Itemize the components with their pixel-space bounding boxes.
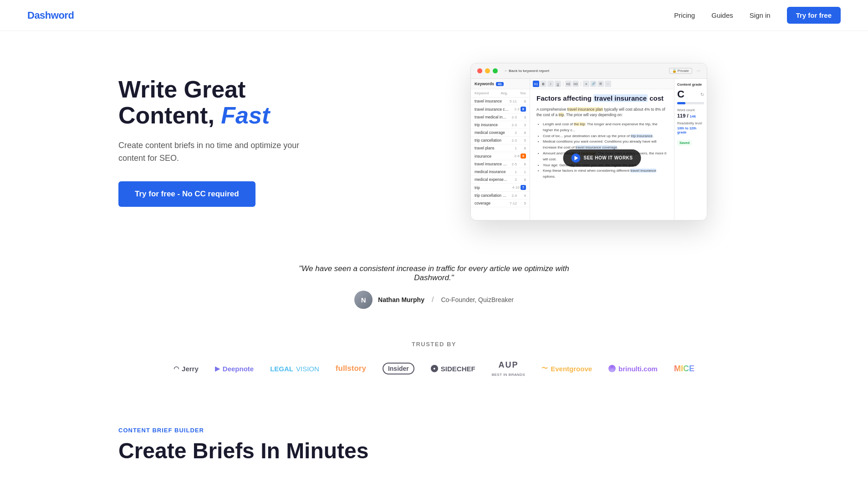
nav-link-guides[interactable]: Guides <box>711 11 733 19</box>
dot-red <box>477 68 482 73</box>
readability-value: 10th to 12th grade <box>677 126 704 134</box>
grade-panel: Content grade C ↻ Word count 119 / 146 <box>674 79 707 220</box>
list-item: travel insurance coverage1-28 <box>471 105 530 113</box>
hero-title: Write Great Content, Fast <box>118 77 319 128</box>
grade-bar-fill <box>677 102 685 104</box>
list-item: medical expense coverage28 <box>471 176 530 184</box>
readability-section: Readability level 10th to 12th grade <box>677 121 704 134</box>
kw-cols: Keyword Avg. You <box>471 89 530 97</box>
logo-eventgroove: 〜 Eventgroove <box>541 364 592 373</box>
logo[interactable]: Dashword <box>27 10 74 21</box>
list-item: travel insurance5-118 <box>471 97 530 105</box>
list-item: medical coverage28 <box>471 129 530 137</box>
hero-subtitle: Create content briefs in no time and opt… <box>118 139 319 165</box>
article-title-area: Factors affecting travel insurance cost … <box>530 89 674 183</box>
saved-badge: Saved <box>677 140 692 146</box>
logo-aup: AUP BEST IN BRANDS <box>492 360 526 377</box>
word-count-section: Word count 119 / 146 <box>677 108 704 118</box>
word-count-value: 119 / 146 <box>677 113 704 118</box>
list-item: trip cancellation2-35 <box>471 137 530 144</box>
kw-header-label: Keywords <box>475 82 494 86</box>
readability-label: Readability level <box>677 121 704 125</box>
grade-label: Content grade <box>677 82 704 87</box>
logo-jerry: ◠ Jerry <box>174 365 199 373</box>
more-icon[interactable]: ··· <box>697 68 700 73</box>
hero-right: ← Back to keyword report 🔒 Private ··· K… <box>319 63 841 220</box>
nav-try-button[interactable]: Try for free <box>787 7 841 24</box>
trusted-logos: ◠ Jerry ▶ Deepnote LEGALVISION fullstory… <box>27 360 841 377</box>
editor-toolbar: H1 B I U H2 H3 ≡ 🔗 ⊞ ··· <box>530 79 674 89</box>
list-item: travel plans18 <box>471 144 530 152</box>
section-eyebrow: CONTENT BRIEF BUILDER <box>118 427 750 434</box>
trusted-label: TRUSTED BY <box>27 341 841 348</box>
list-item: medical insurance11 <box>471 168 530 176</box>
word-count-label: Word count <box>677 108 704 112</box>
logo-deepnote: ▶ Deepnote <box>215 365 254 373</box>
toolbar-h3[interactable]: H3 <box>572 81 579 87</box>
mockup-titlebar: ← Back to keyword report 🔒 Private ··· <box>471 63 707 79</box>
hero-cta-button[interactable]: Try for free - No CC required <box>118 181 255 207</box>
logo-sidechef: ● SIDECHEF <box>431 365 475 373</box>
author-name: Nathan Murphy <box>378 296 424 303</box>
logo-insider: Insider <box>383 363 414 374</box>
toolbar-h1[interactable]: H1 <box>533 81 539 87</box>
private-badge: 🔒 Private <box>669 68 692 74</box>
toolbar-more[interactable]: ··· <box>605 81 611 87</box>
kw-count-badge: 41 <box>496 82 504 86</box>
logo-mice: MICE <box>674 364 694 374</box>
toolbar-image[interactable]: ⊞ <box>597 81 604 87</box>
editor-area: H1 B I U H2 H3 ≡ 🔗 ⊞ ··· <box>530 79 674 220</box>
trusted-section: TRUSTED BY ◠ Jerry ▶ Deepnote LEGALVISIO… <box>0 327 868 400</box>
list-item: trip insurance2-33 <box>471 121 530 129</box>
grade-score: C <box>677 88 684 100</box>
list-item: trip cancellation coverage2-44 <box>471 192 530 200</box>
logo-fullstory: fullstory <box>336 364 366 373</box>
logo-legalvision: LEGALVISION <box>270 365 319 373</box>
list-item: coverage7-125 <box>471 200 530 207</box>
mockup-window: ← Back to keyword report 🔒 Private ··· K… <box>470 63 707 220</box>
see-how-button[interactable]: SEE HOW IT WORKS <box>563 149 641 167</box>
avatar: N <box>354 291 373 309</box>
toolbar-bold[interactable]: B <box>540 81 546 87</box>
grade-bar <box>677 102 704 104</box>
hero-title-fast: Fast <box>221 102 270 128</box>
toolbar-underline[interactable]: U <box>555 81 561 87</box>
section-title: Create Briefs In Minutes <box>118 439 750 463</box>
mockup-tab-label: ← Back to keyword report <box>504 69 549 73</box>
list-item: trip4-107 <box>471 184 530 192</box>
article-body: A comprehensive travel insurance plan ty… <box>536 107 668 118</box>
nav-links: Pricing Guides Sign in Try for free <box>674 7 841 24</box>
hero-left: Write Great Content, Fast Create content… <box>118 77 319 207</box>
navbar: Dashword Pricing Guides Sign in Try for … <box>0 0 868 31</box>
logo-brinulti: brinulti.com <box>608 365 658 373</box>
mockup-body: Keywords 41 Keyword Avg. You travel insu… <box>471 79 707 220</box>
testimonial-author: N Nathan Murphy / Co-Founder, QuizBreake… <box>9 291 859 309</box>
list-item: insurance2-69 <box>471 152 530 160</box>
testimonial-section: "We have seen a consistent increase in t… <box>0 248 868 327</box>
dot-yellow <box>485 68 490 73</box>
author-role: Co-Founder, QuizBreaker <box>441 296 514 303</box>
article-heading: Factors affecting travel insurance cost <box>536 94 668 103</box>
list-item: travel insurance policy2-56 <box>471 160 530 168</box>
toolbar-italic[interactable]: I <box>547 81 554 87</box>
hero-section: Write Great Content, Fast Create content… <box>0 31 868 248</box>
toolbar-h2[interactable]: H2 <box>565 81 572 87</box>
bottom-section: CONTENT BRIEF BUILDER Create Briefs In M… <box>0 400 868 472</box>
refresh-icon[interactable]: ↻ <box>700 92 704 97</box>
list-item: travel medical insurance2-33 <box>471 113 530 121</box>
kw-header: Keywords 41 <box>471 79 530 89</box>
author-divider: / <box>432 296 434 304</box>
toolbar-link[interactable]: 🔗 <box>590 81 597 87</box>
nav-link-signin[interactable]: Sign in <box>750 11 771 19</box>
play-icon <box>572 154 581 163</box>
keywords-panel: Keywords 41 Keyword Avg. You travel insu… <box>471 79 530 220</box>
nav-link-pricing[interactable]: Pricing <box>674 11 695 19</box>
testimonial-quote: "We have seen a consistent increase in t… <box>293 264 575 282</box>
dot-green <box>493 68 498 73</box>
toolbar-list[interactable]: ≡ <box>583 81 589 87</box>
